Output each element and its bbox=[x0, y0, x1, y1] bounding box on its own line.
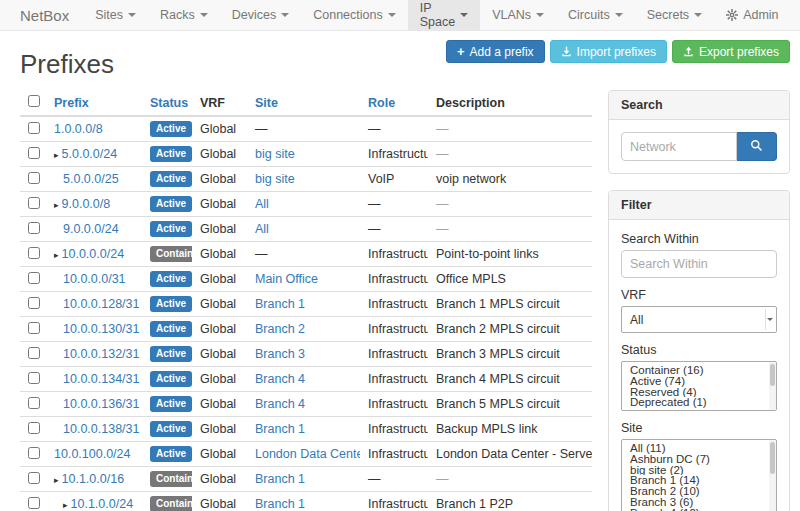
select-option[interactable]: Deprecated (1) bbox=[622, 397, 776, 408]
site-link[interactable]: Branch 1 bbox=[255, 497, 305, 511]
search-input[interactable] bbox=[621, 132, 737, 161]
export-prefixes-button[interactable]: Export prefixes bbox=[672, 40, 790, 63]
prefix-link[interactable]: 10.0.0.130/31 bbox=[63, 322, 139, 336]
action-buttons: + Add a prefix Import prefixes Export pr… bbox=[446, 40, 790, 63]
add-prefix-button[interactable]: + Add a prefix bbox=[446, 40, 545, 63]
site-link[interactable]: Branch 4 bbox=[255, 372, 305, 386]
row-checkbox[interactable] bbox=[28, 272, 40, 284]
description-value: Office MPLS bbox=[436, 272, 506, 286]
vrf-select[interactable]: All bbox=[621, 306, 777, 333]
table-row: ▸10.1.0.0/16ContainerGlobalBranch 1—— bbox=[20, 467, 592, 492]
nav-item-admin[interactable]: Admin bbox=[714, 0, 790, 30]
select-option[interactable]: Container (16) bbox=[622, 365, 776, 376]
site-link[interactable]: Branch 3 bbox=[255, 347, 305, 361]
vrf-value: Global bbox=[200, 497, 236, 511]
row-checkbox[interactable] bbox=[28, 447, 40, 459]
scrollbar[interactable] bbox=[769, 440, 776, 511]
prefix-link[interactable]: 1.0.0.0/8 bbox=[54, 122, 103, 136]
prefix-link[interactable]: 10.0.0.128/31 bbox=[63, 297, 139, 311]
prefix-link[interactable]: 10.0.0.0/31 bbox=[63, 272, 126, 286]
row-checkbox[interactable] bbox=[28, 497, 40, 509]
site-link[interactable]: All bbox=[255, 222, 269, 236]
select-option[interactable]: Branch 3 (6) bbox=[622, 497, 776, 508]
prefix-link[interactable]: 10.1.0.0/16 bbox=[62, 472, 125, 486]
nav-item-profile[interactable]: Profile bbox=[791, 0, 800, 30]
site-link[interactable]: Main Office bbox=[255, 272, 318, 286]
row-checkbox[interactable] bbox=[28, 372, 40, 384]
site-link[interactable]: Branch 4 bbox=[255, 397, 305, 411]
select-option[interactable]: big site (2) bbox=[622, 465, 776, 476]
description-value: Branch 1 P2P bbox=[436, 497, 513, 511]
prefix-link[interactable]: 10.0.0.134/31 bbox=[63, 372, 139, 386]
nav-item-racks[interactable]: Racks bbox=[148, 0, 220, 30]
nav-item-ip-space[interactable]: IP Space bbox=[408, 0, 480, 30]
nav-item-vlans[interactable]: VLANs bbox=[480, 0, 556, 30]
row-checkbox[interactable] bbox=[28, 422, 40, 434]
row-checkbox[interactable] bbox=[28, 222, 40, 234]
row-checkbox[interactable] bbox=[28, 172, 40, 184]
site-link[interactable]: London Data Center bbox=[255, 447, 360, 461]
nav-item-circuits[interactable]: Circuits bbox=[556, 0, 635, 30]
table-row: 10.0.0.132/31ActiveGlobalBranch 3Infrast… bbox=[20, 342, 592, 367]
site-link[interactable]: big site bbox=[255, 172, 295, 186]
row-checkbox[interactable] bbox=[28, 147, 40, 159]
site-link[interactable]: big site bbox=[255, 147, 295, 161]
chevron-down-icon bbox=[281, 13, 289, 17]
prefix-link[interactable]: 5.0.0.0/24 bbox=[62, 147, 118, 161]
row-checkbox[interactable] bbox=[28, 197, 40, 209]
status-badge: Active bbox=[150, 346, 192, 362]
import-prefixes-button[interactable]: Import prefixes bbox=[550, 40, 667, 63]
row-checkbox[interactable] bbox=[28, 347, 40, 359]
nav-item-connections[interactable]: Connections bbox=[301, 0, 408, 30]
prefix-link[interactable]: 5.0.0.0/25 bbox=[63, 172, 119, 186]
prefix-link[interactable]: 9.0.0.0/24 bbox=[63, 222, 119, 236]
row-checkbox[interactable] bbox=[28, 322, 40, 334]
prefix-link[interactable]: 10.0.0.138/31 bbox=[63, 422, 139, 436]
description-value: London Data Center - Server Network bbox=[436, 447, 592, 461]
prefix-link[interactable]: 10.0.0.0/24 bbox=[62, 247, 125, 261]
select-option[interactable]: Reserved (4) bbox=[622, 387, 776, 398]
select-option[interactable]: Branch 1 (14) bbox=[622, 475, 776, 486]
scrollbar[interactable] bbox=[769, 362, 776, 410]
nav-item-sites[interactable]: Sites bbox=[83, 0, 148, 30]
site-link[interactable]: Branch 2 bbox=[255, 322, 305, 336]
description-value: Branch 5 MPLS circuit bbox=[436, 397, 560, 411]
prefix-link[interactable]: 10.1.0.0/24 bbox=[71, 497, 134, 511]
status-multiselect[interactable]: Container (16)Active (74)Reserved (4)Dep… bbox=[621, 361, 777, 411]
column-header-prefix[interactable]: Prefix bbox=[46, 90, 142, 116]
prefix-link[interactable]: 10.0.0.136/31 bbox=[63, 397, 139, 411]
site-link[interactable]: All bbox=[255, 197, 269, 211]
row-checkbox[interactable] bbox=[28, 472, 40, 484]
select-option[interactable]: Branch 2 (10) bbox=[622, 486, 776, 497]
site-link[interactable]: Branch 1 bbox=[255, 422, 305, 436]
vrf-value: Global bbox=[200, 222, 236, 236]
nav-item-label: VLANs bbox=[492, 8, 531, 22]
select-option[interactable]: Ashburn DC (7) bbox=[622, 454, 776, 465]
row-checkbox[interactable] bbox=[28, 122, 40, 134]
brand-netbox[interactable]: NetBox bbox=[6, 0, 83, 30]
row-checkbox[interactable] bbox=[28, 297, 40, 309]
search-button[interactable] bbox=[737, 132, 777, 161]
column-header-site[interactable]: Site bbox=[247, 90, 360, 116]
site-link[interactable]: Branch 1 bbox=[255, 472, 305, 486]
select-all-checkbox[interactable] bbox=[28, 95, 40, 107]
site-link[interactable]: Branch 1 bbox=[255, 297, 305, 311]
row-checkbox[interactable] bbox=[28, 397, 40, 409]
select-option[interactable]: All (11) bbox=[622, 443, 776, 454]
nav-item-secrets[interactable]: Secrets bbox=[635, 0, 714, 30]
site-multiselect[interactable]: All (11)Ashburn DC (7)big site (2)Branch… bbox=[621, 439, 777, 511]
prefix-link[interactable]: 10.0.0.132/31 bbox=[63, 347, 139, 361]
expand-arrow-icon: ▸ bbox=[63, 500, 68, 510]
prefix-link[interactable]: 9.0.0.0/8 bbox=[62, 197, 111, 211]
row-checkbox[interactable] bbox=[28, 247, 40, 259]
nav-item-devices[interactable]: Devices bbox=[220, 0, 301, 30]
empty-value: — bbox=[368, 222, 381, 236]
vrf-value: Global bbox=[200, 147, 236, 161]
table-row: 10.0.0.130/31ActiveGlobalBranch 2Infrast… bbox=[20, 317, 592, 342]
select-option[interactable]: Active (74) bbox=[622, 376, 776, 387]
column-header-role[interactable]: Role bbox=[360, 90, 428, 116]
status-badge: Active bbox=[150, 196, 192, 212]
search-within-input[interactable] bbox=[621, 250, 777, 278]
column-header-status[interactable]: Status bbox=[142, 90, 192, 116]
prefix-link[interactable]: 10.0.100.0/24 bbox=[54, 447, 130, 461]
